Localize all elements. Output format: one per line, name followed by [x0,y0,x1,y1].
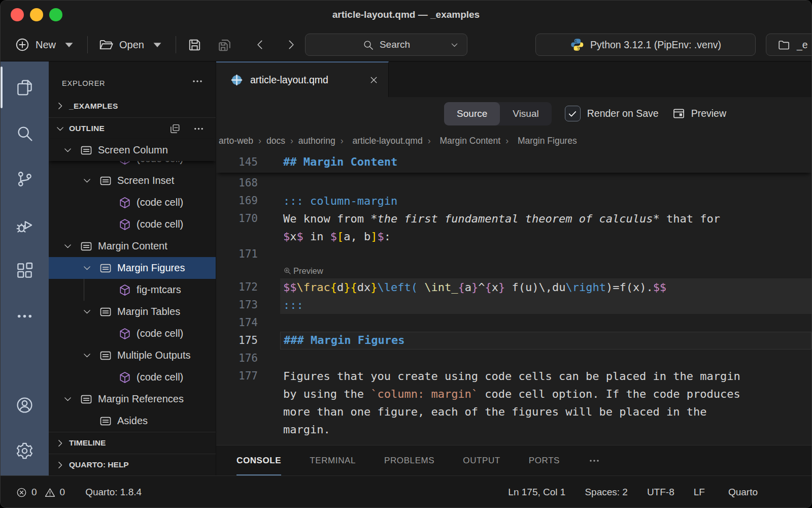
section-timeline[interactable]: TIMELINE [49,432,216,454]
mode-visual-button[interactable]: Visual [500,102,551,125]
line-number [216,263,258,278]
extensions-button[interactable] [1,247,49,293]
outline-item-margin-tables[interactable]: Margin Tables [49,301,216,323]
code-editor[interactable]: 145## Margin Content168169::: column-mar… [216,151,811,445]
outline-item-code-cell[interactable]: (code cell) [49,323,216,344]
code-line-145[interactable]: 145## Margin Content [216,151,811,173]
panel-more-icon[interactable] [588,455,600,467]
collapse-all-icon[interactable] [169,123,181,135]
chevron-down-icon[interactable] [62,241,80,251]
outline-item-label: fig-mtcars [137,284,181,296]
preview-lens-label[interactable]: Preview [293,263,323,278]
tab-article-layout[interactable]: article-layout.qmd [216,61,389,97]
chevron-down-icon[interactable] [62,145,80,155]
section-outline[interactable]: OUTLINE [49,118,216,139]
code-line-172[interactable]: 172$$\frac{d}{dx}\left( \int_{a}^{x} f(u… [216,278,811,296]
render-on-save-checkbox[interactable] [565,106,581,121]
breadcrumb-item-authoring[interactable]: authoring [298,136,335,146]
code-cell-icon [118,161,131,166]
outline-item-code-cell[interactable]: (code cell) [49,161,216,170]
open-dropdown-caret-icon[interactable] [150,37,165,52]
code-line-170[interactable]: 170We know from *the first fundamental t… [216,210,811,228]
navigate-back-button[interactable] [254,38,267,51]
search-dropdown-chevron-icon[interactable] [450,40,459,50]
outline-item-fig-mtcars[interactable]: fig-mtcars [49,279,216,301]
panel-tab-problems[interactable]: PROBLEMS [384,446,434,475]
code-line-175[interactable]: 175### Margin Figures [216,332,811,350]
preview-button[interactable]: Preview [672,107,726,120]
global-search-box[interactable]: Search [305,34,467,56]
search-button[interactable] [1,110,49,156]
render-on-save-control[interactable]: Render on Save [565,106,659,121]
settings-button[interactable] [1,428,49,473]
explorer-more-icon[interactable] [191,75,204,87]
code-line-177[interactable]: 177Figures that you create using code ce… [216,367,811,385]
run-debug-button[interactable] [1,202,49,247]
activity-bar [1,61,49,475]
code-line-174[interactable]: 174 [216,314,811,332]
code-line-wrap[interactable]: $x$ in $[a, b]$: [216,228,811,245]
breadcrumb-item-docs[interactable]: docs [266,136,285,146]
code-line-169[interactable]: 169::: column-margin [216,192,811,210]
chevron-down-icon[interactable] [82,306,99,317]
code-line-176[interactable]: 176 [216,350,811,367]
indentation[interactable]: Spaces: 2 [585,487,628,498]
chevron-down-icon[interactable] [82,350,99,361]
outline-item-code-cell[interactable]: (code cell) [49,213,216,235]
outline-item-margin-content[interactable]: Margin Content [49,235,216,257]
chevron-down-icon[interactable] [82,263,99,273]
cursor-position[interactable]: Ln 175, Col 1 [508,487,565,498]
outline-item-screen-column[interactable]: Screen Column [49,139,216,161]
breadcrumb-item-margin-content[interactable]: Margin Content [435,136,500,146]
panel-tab-terminal[interactable]: TERMINAL [310,446,356,475]
mode-source-button[interactable]: Source [444,102,500,125]
outline-item-code-cell[interactable]: (code cell) [49,366,216,388]
chevron-down-icon[interactable] [62,394,80,404]
panel-tab-console[interactable]: CONSOLE [236,446,281,475]
interpreter-selector[interactable]: Python 3.12.1 (PipEnv: .venv) [535,34,756,56]
minimize-window-button[interactable] [30,8,43,21]
code-line-wrap[interactable]: by using the `column: margin` code cell … [216,385,811,403]
encoding[interactable]: UTF-8 [647,487,674,498]
new-dropdown-caret-icon[interactable] [61,37,77,52]
code-line-168[interactable]: 168 [216,174,811,192]
outline-item-screen-inset[interactable]: Screen Inset [49,170,216,192]
panel-tab-output[interactable]: OUTPUT [463,446,500,475]
close-window-button[interactable] [11,8,24,21]
eol-selector[interactable]: LF [694,487,705,498]
save-button[interactable] [187,37,202,53]
outline-item-code-cell[interactable]: (code cell) [49,192,216,213]
code-line-173[interactable]: 173::: [216,296,811,314]
section-examples[interactable]: _EXAMPLES [49,94,216,118]
breadcrumb-item-arto-web[interactable]: arto-web [219,136,253,146]
code-line-wrap[interactable]: margin. [216,421,811,438]
outline-more-icon[interactable] [193,123,205,135]
account-button[interactable] [1,382,49,428]
new-file-button[interactable]: New [15,37,77,52]
math-preview-lens[interactable]: Preview [216,263,811,278]
source-control-button[interactable] [1,156,49,202]
section-quarto-help[interactable]: QUARTO: HELP [49,454,216,475]
problems-status[interactable]: 0 0 [16,487,65,498]
outline-item-margin-figures[interactable]: Margin Figures [49,257,216,279]
zoom-window-button[interactable] [49,8,62,21]
chevron-down-icon[interactable] [82,175,99,186]
breadcrumb-item-margin-figures[interactable]: Margin Figures [514,136,577,146]
code-line-171[interactable]: 171 [216,245,811,263]
close-tab-icon[interactable] [368,75,379,85]
outline-item-margin-references[interactable]: Margin References [49,388,216,410]
panel-tab-ports[interactable]: PORTS [529,446,560,475]
language-mode[interactable]: Quarto [724,487,758,498]
navigate-forward-button[interactable] [284,38,297,51]
save-all-button[interactable] [217,37,232,53]
examples-section-label: _EXAMPLES [69,102,118,111]
more-views-button[interactable] [1,293,49,339]
explorer-button[interactable] [1,65,49,110]
code-line-wrap[interactable]: more than one figure, each of the figure… [216,403,811,421]
breadcrumb-item-article-layout-qmd[interactable]: article-layout.qmd [349,136,423,146]
quarto-version-status[interactable]: Quarto: 1.8.4 [85,487,142,498]
workspace-selector[interactable]: _e [766,34,812,56]
outline-item-asides[interactable]: Asides [49,410,216,432]
open-button[interactable]: Open [98,37,165,52]
outline-item-multiple-outputs[interactable]: Multiple Outputs [49,344,216,366]
